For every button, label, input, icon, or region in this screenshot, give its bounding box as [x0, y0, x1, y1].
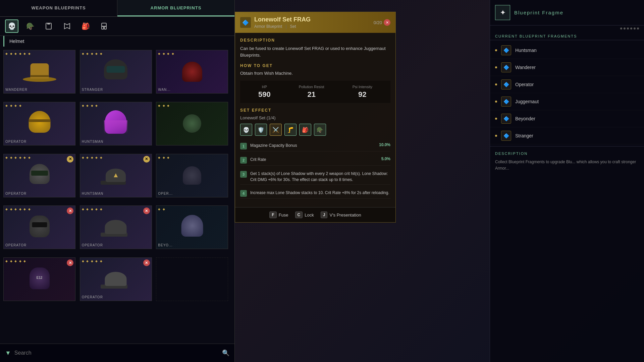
- effect-3: 3 Get 1 stack(s) of Lone Shadow with eve…: [240, 169, 390, 185]
- grid-item-operator-2[interactable]: ◆ ◆ ◆ ◆ ◆ ◆ ✕ OPERATOR: [3, 154, 75, 197]
- category-legs[interactable]: [97, 19, 111, 33]
- effect-4: 4 Increase max Lone Shadow stacks to 10.…: [240, 188, 390, 199]
- frag-icon: 🔷: [501, 79, 511, 89]
- frag-icon: 🔷: [501, 131, 511, 141]
- frag-dot: [495, 66, 497, 68]
- set-icons-row: 💀 🛡️ ⚔️ 🦵 🎒 🪖: [240, 124, 390, 136]
- grid-item-huntsman-1[interactable]: ◆ ◆ ◆ ◆ HUNTSMAN: [80, 102, 152, 145]
- tooltip-body: DESCRIPTION Can be fused to create Lonew…: [235, 33, 395, 207]
- fuse-button[interactable]: F Fuse: [269, 212, 288, 218]
- tab-bar: WEAPON BLUEPRINTS ARMOR BLUEPRINTS: [0, 0, 234, 17]
- frag-icon: 🔷: [501, 97, 511, 107]
- frag-name-juggernaut: Juggernaut: [515, 99, 539, 104]
- filter-icon[interactable]: ▼: [5, 350, 11, 357]
- tooltip-item-icon: 🔷: [240, 17, 251, 28]
- stat-hp: HP 590: [258, 85, 271, 99]
- lock-button[interactable]: C Lock: [295, 212, 314, 218]
- frag-name-huntsman: Huntsman: [515, 48, 537, 53]
- grid-item-wanderer-1[interactable]: ◆ ◆ ◆ ◆ ◆ ◆ WANDERER: [3, 50, 75, 94]
- category-inner[interactable]: [60, 19, 74, 33]
- set-piece-inner: ⚔️: [270, 124, 282, 136]
- right-desc-title: DESCRIPTION: [495, 152, 639, 156]
- frag-icon: 🔷: [501, 114, 511, 124]
- description-title: DESCRIPTION: [240, 38, 390, 43]
- tab-weapon-blueprints[interactable]: WEAPON BLUEPRINTS: [0, 0, 117, 16]
- category-chest[interactable]: [42, 19, 55, 33]
- frag-name-wanderer: Wanderer: [515, 65, 536, 70]
- frag-name-beyonder: Beyonder: [515, 116, 535, 121]
- grid-item-operator-3[interactable]: ◆ ◆ ◆ ◆ ◆ ◆ ✕ OPERATOR: [3, 205, 75, 249]
- tooltip-how-to-get: Obtain from Wish Machine.: [240, 71, 390, 76]
- grid-item-operator-1[interactable]: ◆ ◆ ◆ ◆ OPERATOR: [3, 102, 75, 145]
- fragment-icon: ✦: [495, 5, 510, 20]
- grid-item-wanderer-partial[interactable]: ◆ ◆ ◆ ◆ WAN...: [156, 50, 228, 94]
- category-helmet[interactable]: 💀: [5, 19, 18, 33]
- frag-icon: 🔷: [501, 62, 511, 72]
- tooltip-count: 0/20 ✕: [374, 19, 390, 26]
- current-fragments-label: CURRENT BLUEPRINT FRAGMENTS: [490, 32, 644, 40]
- stat-pollution: Pollution Resist 21: [299, 85, 324, 99]
- frag-dot: [495, 135, 497, 137]
- grid-item-operator-5[interactable]: ◆ ◆ ◆ ◆ ◆ ✕ OPERATOR: [80, 257, 152, 301]
- category-back[interactable]: 🎒: [79, 19, 92, 33]
- set-piece-chest: 🛡️: [255, 124, 267, 136]
- grid-item-huntsman-2[interactable]: ◆ ◆ ◆ ◆ ◆ ✕ HUNTSMAN: [80, 154, 152, 197]
- fragment-wanderer[interactable]: 🔷 Wanderer: [490, 59, 644, 76]
- frag-icon: 🔷: [501, 45, 511, 55]
- scroll-dot-3: [627, 27, 629, 29]
- category-bar: 💀 🪖 🎒: [0, 17, 234, 36]
- scroll-dot-5: [634, 27, 636, 29]
- section-header: Helmet: [3, 36, 234, 47]
- grid-item-wanderer-partial2[interactable]: ◆ ◆ ◆: [156, 102, 228, 145]
- right-panel-title: Blueprint Fragme: [514, 10, 564, 15]
- frag-name-operator: Operator: [515, 82, 534, 87]
- frag-dot: [495, 118, 497, 120]
- fragment-juggernaut[interactable]: 🔷 Juggernaut: [490, 93, 644, 110]
- tooltip-title: Lonewolf Set FRAG: [254, 16, 311, 23]
- tab-armor-blueprints[interactable]: ARMOR BLUEPRINTS: [117, 0, 234, 16]
- items-grid: ◆ ◆ ◆ ◆ ◆ ◆ WANDERER ◆ ◆ ◆ ◆ ◆ STRANGER: [0, 48, 234, 310]
- set-effect-title: SET EFFECT: [240, 108, 390, 113]
- frag-dot: [495, 83, 497, 85]
- right-description-section: DESCRIPTION Collect Blueprint Fragments …: [490, 146, 644, 177]
- grid-item-beyonder-partial[interactable]: ◆ ◆ BEYO...: [156, 205, 228, 249]
- grid-item-stranger-1[interactable]: ◆ ◆ ◆ ◆ ◆ STRANGER: [80, 50, 152, 94]
- fragment-list: 🔷 Huntsman 🔷 Wanderer 🔷 Operator 🔷 Jugge…: [490, 40, 644, 146]
- right-panel: ✦ Blueprint Fragme CURRENT BLUEPRINT FRA…: [490, 0, 644, 362]
- scroll-indicator: [490, 25, 644, 32]
- stats-row: HP 590 Pollution Resist 21 Psi Intensity…: [240, 81, 390, 103]
- tooltip-header: 🔷 Lonewolf Set FRAG Armor Blueprint | Se…: [235, 12, 395, 33]
- effect-1: 1 Magazine Capacity Bonus 10.0%: [240, 141, 390, 152]
- set-piece-back: 🎒: [299, 124, 311, 136]
- grid-item-oper-partial[interactable]: ◆ ◆ ◆ OPER...: [156, 154, 228, 197]
- tooltip-description: Can be fused to create Lonewolf Set FRAG…: [240, 45, 390, 58]
- present-button[interactable]: J V's Presentation: [321, 212, 361, 218]
- fragment-beyonder[interactable]: 🔷 Beyonder: [490, 110, 644, 127]
- search-input[interactable]: [14, 350, 219, 356]
- stat-psi: Psi Intensity 92: [353, 85, 372, 99]
- scroll-dot-6: [637, 27, 639, 29]
- frag-dot: [495, 49, 497, 51]
- tooltip-footer: F Fuse C Lock J V's Presentation: [235, 207, 395, 222]
- fragment-huntsman[interactable]: 🔷 Huntsman: [490, 42, 644, 59]
- scroll-dot-4: [630, 27, 632, 29]
- scroll-dot-1: [620, 27, 622, 29]
- scroll-dot-2: [624, 27, 626, 29]
- grid-item-operator-4[interactable]: ◆ ◆ ◆ ◆ ◆ ✕ OPERATOR: [80, 205, 152, 249]
- grid-item-e12[interactable]: ◆ ◆ ◆ ◆ ◆ ✕ E12: [3, 257, 75, 301]
- search-bar: ▼ 🔍: [0, 344, 234, 362]
- close-button[interactable]: ✕: [384, 19, 390, 26]
- set-name: Lonewolf Set (1/4): [240, 115, 390, 120]
- set-piece-face: 🪖: [314, 124, 326, 136]
- search-button[interactable]: 🔍: [222, 349, 229, 357]
- effect-2: 2 Crit Rate 5.0%: [240, 155, 390, 166]
- tooltip-meta: Armor Blueprint | Set: [254, 24, 311, 29]
- tooltip-panel: 🔷 Lonewolf Set FRAG Armor Blueprint | Se…: [235, 12, 396, 223]
- category-face[interactable]: 🪖: [23, 19, 37, 33]
- set-piece-helmet: 💀: [240, 124, 252, 136]
- svg-rect-1: [47, 23, 50, 24]
- fragment-stranger[interactable]: 🔷 Stranger: [490, 127, 644, 144]
- fragment-operator[interactable]: 🔷 Operator: [490, 76, 644, 93]
- right-desc-text: Collect Blueprint Fragments to upgrade B…: [495, 159, 639, 172]
- frag-dot: [495, 101, 497, 103]
